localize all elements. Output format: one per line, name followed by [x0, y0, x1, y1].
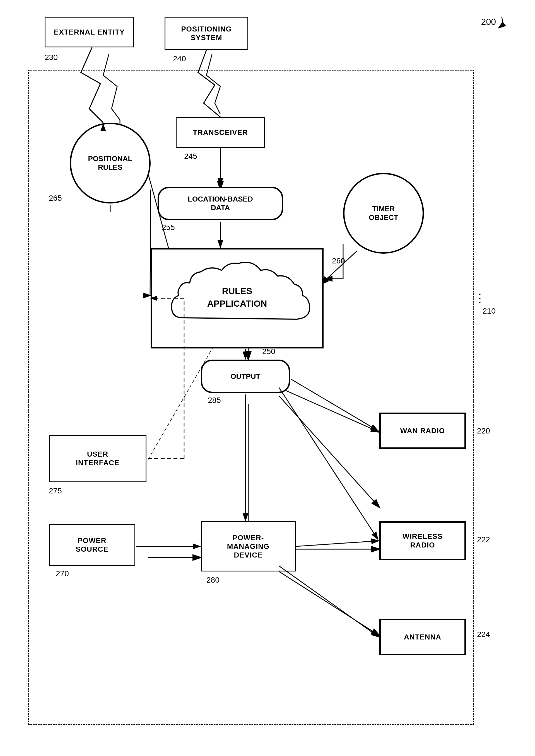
ref-250: 250 [262, 347, 275, 356]
transceiver-box: TRANSCEIVER [176, 117, 265, 148]
positioning-system-box: POSITIONING SYSTEM [165, 17, 248, 50]
ref-200-arrow [485, 14, 507, 31]
power-managing-device-box: POWER- MANAGING DEVICE [201, 521, 296, 572]
svg-text:RULES: RULES [222, 286, 252, 296]
location-based-data-box: LOCATION-BASED DATA [157, 187, 283, 220]
ref-275: 275 [49, 486, 62, 495]
ref-220: 220 [477, 426, 490, 435]
output-box: OUTPUT [201, 360, 290, 393]
wan-radio-box: WAN RADIO [380, 413, 466, 449]
ref-260: 260 [332, 256, 345, 265]
ref-245: 245 [184, 152, 197, 161]
ref-265: 265 [49, 194, 62, 202]
ref-224: 224 [477, 630, 490, 639]
wireless-radio-box: WIRELESS RADIO [380, 521, 466, 560]
ref-222: 222 [477, 535, 490, 544]
timer-object-circle: TIMER OBJECT [343, 173, 424, 254]
antenna-box: ANTENNA [380, 619, 466, 655]
ref-280: 280 [207, 576, 219, 584]
svg-text:APPLICATION: APPLICATION [207, 299, 267, 309]
external-entity-box: EXTERNAL ENTITY [44, 17, 134, 47]
cloud-svg: RULES APPLICATION [155, 251, 319, 346]
user-interface-box: USER INTERFACE [49, 435, 147, 482]
diagram-container: 200 EXTERNAL ENTITY 230 POSITIONING SYST… [0, 0, 535, 756]
ref-285: 285 [208, 396, 221, 405]
power-source-box: POWER SOURCE [49, 524, 135, 566]
positional-rules-circle: POSITIONAL RULES [70, 123, 151, 203]
ref-210: 210 [483, 307, 496, 315]
ref-230: 230 [44, 53, 58, 62]
ref-240: 240 [173, 54, 186, 63]
dots-indicator: ··· [474, 293, 487, 305]
ref-255: 255 [162, 223, 175, 232]
rules-application-cloud: RULES APPLICATION [155, 251, 319, 346]
ref-270: 270 [56, 569, 69, 578]
